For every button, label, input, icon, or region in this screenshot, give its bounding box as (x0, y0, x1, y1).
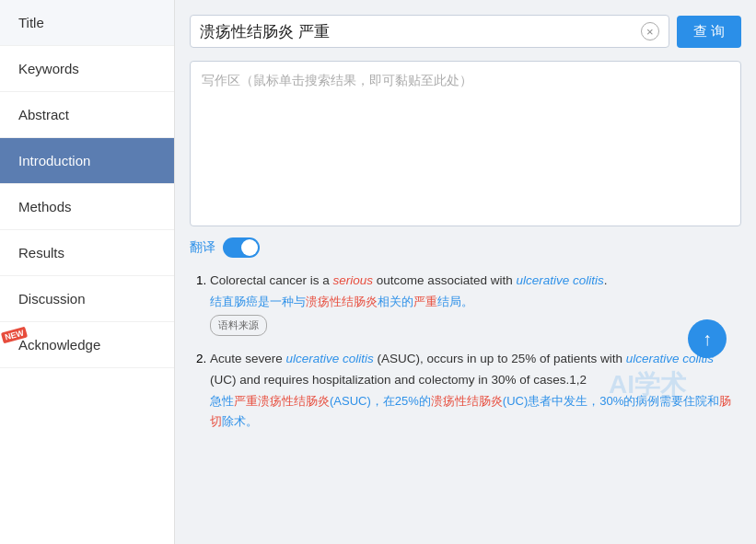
sidebar-item-acknowledge[interactable]: NEW Acknowledge (0, 322, 174, 368)
result-2-uc-1: ulcerative colitis (286, 352, 374, 365)
sidebar-label-discussion: Discussion (18, 291, 86, 307)
translate-row: 翻译 (190, 237, 741, 258)
result-item-1: Colorectal cancer is a serious outcome a… (210, 271, 741, 336)
search-bar: × 查 询 (190, 15, 741, 48)
result-1-serious: serious (333, 273, 374, 287)
result-1-cn[interactable]: 结直肠癌是一种与溃疡性结肠炎相关的严重结局。 (210, 292, 741, 312)
sidebar-label-results: Results (18, 245, 64, 260)
toggle-knob (241, 239, 258, 256)
sidebar-label-introduction: Introduction (18, 153, 90, 168)
search-input[interactable] (200, 22, 641, 41)
result-1-en: Colorectal cancer is a serious outcome a… (210, 271, 741, 292)
translate-label: 翻译 (190, 239, 215, 256)
sidebar-label-abstract: Abstract (18, 107, 69, 122)
clear-button[interactable]: × (641, 22, 659, 41)
result-2-cn[interactable]: 急性严重溃疡性结肠炎(ASUC)，在25%的溃疡性结肠炎(UC)患者中发生，30… (210, 391, 741, 432)
sidebar-item-introduction[interactable]: Introduction (0, 138, 174, 184)
result-1-en-part-2: outcome associated with (373, 273, 516, 287)
result-2-en: Acute severe ulcerative colitis (ASUC), … (210, 349, 741, 391)
source-tag-1[interactable]: 语料来源 (210, 315, 267, 336)
main-content: × 查 询 写作区（鼠标单击搜索结果，即可黏贴至此处） 翻译 Colorecta… (175, 0, 756, 544)
writing-placeholder: 写作区（鼠标单击搜索结果，即可黏贴至此处） (202, 73, 472, 87)
sidebar-item-title[interactable]: Title (0, 0, 174, 46)
result-1-en-part-1: Colorectal cancer is a (210, 273, 333, 287)
content-wrap: × 查 询 写作区（鼠标单击搜索结果，即可黏贴至此处） 翻译 Colorecta… (190, 15, 741, 432)
translate-toggle[interactable] (223, 237, 260, 258)
result-item-2: Acute severe ulcerative colitis (ASUC), … (210, 349, 741, 432)
sidebar-label-keywords: Keywords (18, 61, 79, 76)
scroll-top-button[interactable]: ↑ (688, 319, 727, 358)
search-button[interactable]: 查 询 (677, 16, 741, 48)
writing-area[interactable]: 写作区（鼠标单击搜索结果，即可黏贴至此处） (190, 61, 741, 226)
results-list: Colorectal cancer is a serious outcome a… (190, 271, 741, 432)
sidebar-label-methods: Methods (18, 199, 72, 214)
result-2-en-part-3: (UC) and requires hospitalization and co… (210, 373, 587, 387)
result-2-en-part-2: (ASUC), occurs in up to 25% of patients … (374, 352, 626, 365)
result-1-en-part-3: . (604, 273, 608, 287)
sidebar-item-keywords[interactable]: Keywords (0, 46, 174, 92)
sidebar-label-title: Title (18, 15, 44, 30)
sidebar-item-results[interactable]: Results (0, 230, 174, 276)
sidebar-item-methods[interactable]: Methods (0, 184, 174, 230)
result-2-en-part-1: Acute severe (210, 352, 286, 365)
sidebar-item-discussion[interactable]: Discussion (0, 276, 174, 322)
sidebar: Title Keywords Abstract Introduction Met… (0, 0, 175, 544)
search-input-wrap: × (190, 15, 669, 48)
result-1-ulcerative-colitis: ulcerative colitis (516, 273, 603, 287)
scroll-top-icon: ↑ (703, 329, 712, 350)
sidebar-item-abstract[interactable]: Abstract (0, 92, 174, 138)
sidebar-label-acknowledge: Acknowledge (18, 337, 100, 353)
